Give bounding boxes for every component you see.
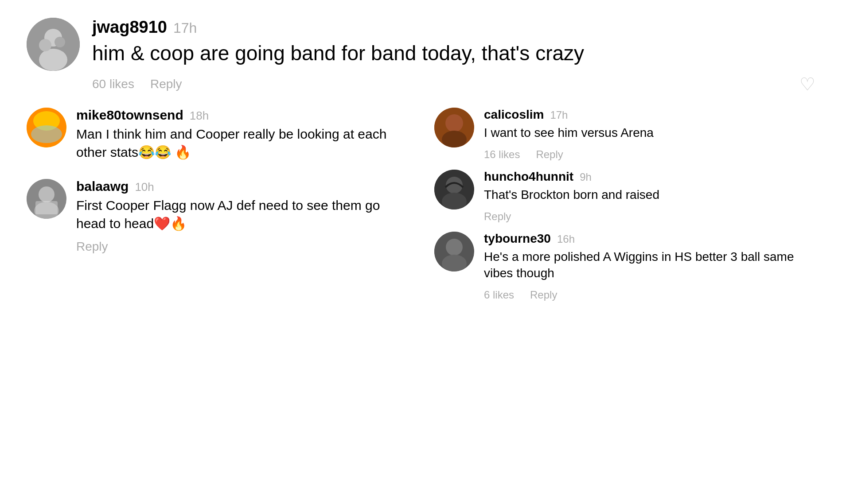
svg-point-13 — [445, 114, 463, 132]
comment-text: him & coop are going band for band today… — [92, 39, 815, 67]
svg-point-4 — [55, 37, 65, 47]
comment-text: That's Brockton born and raised — [484, 186, 815, 203]
top-comment-body: jwag8910 17h him & coop are going band f… — [92, 18, 815, 94]
comment-item-body: balaawg 10h First Cooper Flagg now AJ de… — [76, 179, 408, 254]
avatar — [27, 179, 66, 219]
comments-grid: mike80townsend 18h Man I think him and C… — [27, 108, 815, 301]
likes-count: 6 likes — [484, 289, 514, 301]
username: calicoslim — [484, 108, 544, 122]
comment-text: First Cooper Flagg now AJ def need to se… — [76, 197, 408, 233]
top-comment: jwag8910 17h him & coop are going band f… — [27, 18, 815, 94]
reply-button[interactable]: Reply — [484, 210, 511, 223]
heart-icon[interactable]: ♡ — [799, 74, 815, 94]
likes-count: 60 likes — [92, 77, 134, 91]
comment-text: Man I think him and Cooper really be loo… — [76, 125, 408, 161]
list-item: huncho4hunnit 9h That's Brockton born an… — [434, 170, 815, 223]
comment-actions: Reply — [484, 210, 815, 223]
reply-button[interactable]: Reply — [536, 148, 563, 161]
username: jwag8910 — [92, 18, 167, 37]
comment-header: tybourne30 16h — [484, 232, 815, 246]
avatar — [27, 108, 66, 147]
reply-button[interactable]: Reply — [150, 77, 182, 91]
username: mike80townsend — [76, 108, 183, 123]
comment-header: calicoslim 17h — [484, 108, 815, 122]
comments-section: jwag8910 17h him & coop are going band f… — [27, 18, 815, 301]
likes-count: 16 likes — [484, 148, 520, 161]
comment-text: He's a more polished A Wiggins in HS bet… — [484, 248, 815, 282]
svg-point-2 — [39, 49, 67, 71]
svg-point-19 — [446, 239, 463, 256]
comment-text: I want to see him versus Arena — [484, 124, 815, 141]
timestamp: 18h — [190, 109, 209, 123]
right-comments-col: calicoslim 17h I want to see him versus … — [434, 108, 815, 301]
list-item: calicoslim 17h I want to see him versus … — [434, 108, 815, 161]
avatar — [434, 170, 474, 209]
comment-actions: 60 likes Reply ♡ — [92, 74, 815, 94]
svg-point-9 — [39, 186, 55, 202]
list-item: tybourne30 16h He's a more polished A Wi… — [434, 232, 815, 302]
timestamp: 17h — [173, 20, 197, 36]
reply-button[interactable]: Reply — [530, 289, 557, 301]
list-item: balaawg 10h First Cooper Flagg now AJ de… — [27, 179, 408, 254]
username: balaawg — [76, 179, 129, 194]
comment-actions: 6 likes Reply — [484, 289, 815, 301]
comment-item-body: calicoslim 17h I want to see him versus … — [484, 108, 815, 161]
comment-item-body: huncho4hunnit 9h That's Brockton born an… — [484, 170, 815, 223]
timestamp: 9h — [580, 171, 592, 183]
comment-header: balaawg 10h — [76, 179, 408, 194]
username: tybourne30 — [484, 232, 551, 246]
comment-item-body: mike80townsend 18h Man I think him and C… — [76, 108, 408, 161]
username: huncho4hunnit — [484, 170, 573, 184]
avatar — [27, 18, 80, 71]
comment-header: mike80townsend 18h — [76, 108, 408, 123]
svg-point-3 — [39, 39, 51, 51]
svg-rect-11 — [35, 201, 58, 214]
list-item: mike80townsend 18h Man I think him and C… — [27, 108, 408, 161]
svg-point-7 — [31, 125, 62, 143]
avatar — [434, 108, 474, 147]
timestamp: 17h — [550, 109, 568, 121]
comment-item-body: tybourne30 16h He's a more polished A Wi… — [484, 232, 815, 302]
reply-button[interactable]: Reply — [76, 240, 108, 254]
comment-header: jwag8910 17h — [92, 18, 815, 37]
comment-header: huncho4hunnit 9h — [484, 170, 815, 184]
left-comments-col: mike80townsend 18h Man I think him and C… — [27, 108, 408, 301]
timestamp: 10h — [135, 180, 154, 194]
comment-actions: Reply — [76, 240, 408, 254]
comment-actions: 16 likes Reply — [484, 148, 815, 161]
timestamp: 16h — [557, 233, 575, 245]
avatar — [434, 232, 474, 271]
